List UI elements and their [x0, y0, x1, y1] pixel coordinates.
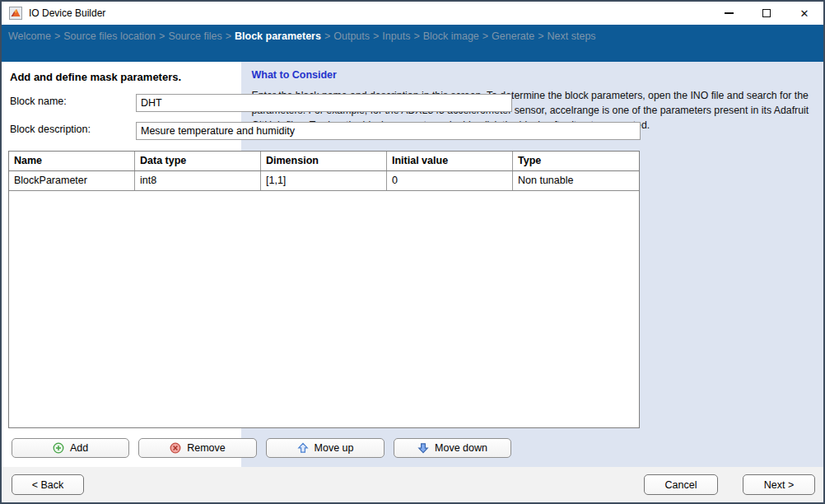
- cell-initial-value[interactable]: 0: [387, 171, 513, 190]
- breadcrumb-separator: >: [226, 30, 231, 42]
- block-name-label: Block name:: [10, 96, 67, 107]
- add-button-label: Add: [70, 442, 88, 454]
- breadcrumb-step-block-parameters-current: Block parameters: [235, 30, 321, 42]
- remove-button[interactable]: Remove: [138, 438, 257, 458]
- sidebar-title: What to Consider: [251, 69, 815, 81]
- cell-type[interactable]: Non tunable: [513, 171, 639, 190]
- move-up-button[interactable]: Move up: [266, 438, 385, 458]
- main-panel: Add and define mask parameters. Block na…: [2, 62, 241, 467]
- breadcrumb-step-generate: Generate: [492, 30, 534, 42]
- move-up-button-label: Move up: [315, 442, 354, 454]
- breadcrumb-separator: >: [538, 30, 543, 42]
- page-title: Add and define mask parameters.: [10, 71, 181, 83]
- breadcrumb-separator: >: [324, 30, 330, 42]
- parameters-table: Name Data type Dimension Initial value T…: [8, 151, 640, 428]
- cell-data-type[interactable]: int8: [135, 171, 261, 190]
- column-header-name: Name: [9, 152, 135, 170]
- window-title: IO Device Builder: [29, 7, 710, 19]
- maximize-button[interactable]: [748, 2, 785, 25]
- remove-circle-x-icon: [170, 442, 181, 454]
- next-button[interactable]: Next >: [743, 474, 815, 495]
- remove-button-label: Remove: [187, 442, 226, 454]
- arrow-down-icon: [417, 442, 429, 454]
- move-down-button[interactable]: Move down: [394, 438, 511, 458]
- column-header-type: Type: [513, 152, 639, 170]
- cell-dimension[interactable]: [1,1]: [261, 171, 387, 190]
- column-header-initial-value: Initial value: [387, 152, 513, 170]
- table-row[interactable]: BlockParameter int8 [1,1] 0 Non tunable: [9, 171, 639, 191]
- add-circle-plus-icon: [53, 442, 64, 454]
- column-header-data-type: Data type: [135, 152, 261, 170]
- breadcrumb-step-welcome: Welcome: [8, 30, 51, 42]
- cell-name[interactable]: BlockParameter: [9, 171, 135, 190]
- breadcrumb-separator: >: [413, 30, 419, 42]
- back-button[interactable]: < Back: [12, 474, 84, 495]
- block-description-label: Block description:: [10, 124, 91, 135]
- block-description-input[interactable]: [136, 122, 641, 140]
- breadcrumb-step-source-files-location: Source files location: [63, 30, 156, 42]
- breadcrumb-step-inputs: Inputs: [382, 30, 410, 42]
- breadcrumb-separator: >: [159, 30, 165, 42]
- block-name-input[interactable]: [136, 94, 512, 112]
- matlab-app-icon: [9, 7, 22, 20]
- io-device-builder-window: IO Device Builder ✕ Welcome>Source files…: [0, 0, 825, 504]
- move-down-button-label: Move down: [435, 442, 487, 454]
- breadcrumb-separator: >: [482, 30, 488, 42]
- add-button[interactable]: Add: [12, 438, 129, 458]
- footer-bar: < Back Cancel Next >: [2, 467, 823, 502]
- cancel-button[interactable]: Cancel: [644, 474, 718, 495]
- title-bar: IO Device Builder ✕: [2, 2, 823, 25]
- breadcrumb: Welcome>Source files location>Source fil…: [2, 25, 823, 62]
- column-header-dimension: Dimension: [261, 152, 387, 170]
- breadcrumb-step-next-steps: Next steps: [548, 30, 596, 42]
- table-header-row: Name Data type Dimension Initial value T…: [9, 152, 639, 171]
- maximize-icon: [762, 9, 771, 17]
- close-button[interactable]: ✕: [785, 2, 823, 25]
- close-icon: ✕: [800, 8, 809, 19]
- breadcrumb-separator: >: [373, 30, 379, 42]
- breadcrumb-step-block-image: Block image: [423, 30, 479, 42]
- minimize-button[interactable]: [710, 2, 748, 25]
- breadcrumb-step-outputs: Outputs: [333, 30, 370, 42]
- breadcrumb-separator: >: [54, 30, 60, 42]
- breadcrumb-step-source-files: Source files: [168, 30, 221, 42]
- minimize-icon: [725, 12, 734, 14]
- arrow-up-icon: [297, 442, 309, 454]
